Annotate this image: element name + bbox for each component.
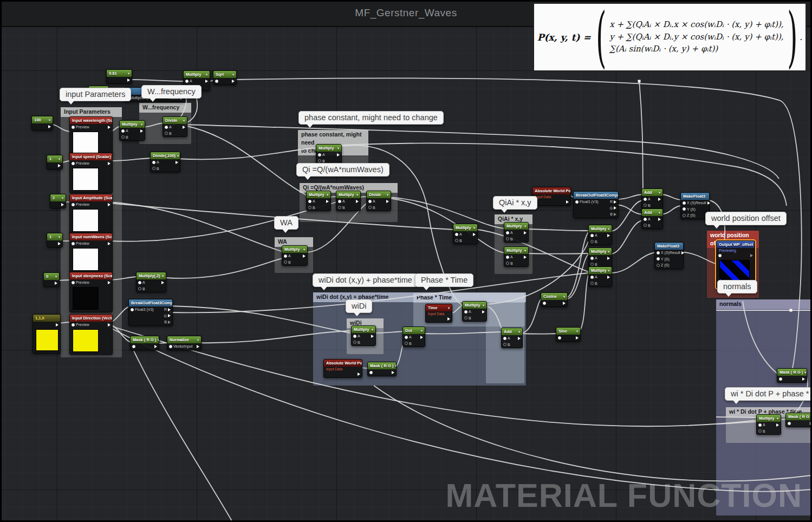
output-pin[interactable]: [56, 323, 59, 327]
node-multiply-r2[interactable]: Multiply▾AB: [588, 247, 612, 268]
input-pin[interactable]: [132, 345, 135, 348]
input-pin[interactable]: [138, 281, 141, 284]
output-pin[interactable]: [168, 314, 171, 317]
input-pin[interactable]: [683, 214, 686, 217]
input-pin[interactable]: [644, 198, 647, 201]
output-pin[interactable]: [303, 255, 306, 258]
output-pin[interactable]: [392, 371, 394, 374]
output-pin[interactable]: [750, 254, 753, 257]
node-multiply-qiai-x[interactable]: Multiply▾AB: [504, 222, 529, 243]
node-mask-rg-3[interactable]: Mask ( R G )▾: [777, 368, 807, 383]
input-pin[interactable]: [138, 287, 141, 290]
collapse-caret-icon[interactable]: ▾: [659, 191, 660, 194]
output-pin[interactable]: [337, 153, 340, 156]
input-pin[interactable]: [590, 282, 594, 285]
collapse-caret-icon[interactable]: ▾: [303, 247, 305, 251]
output-pin[interactable]: [386, 200, 389, 203]
collapse-caret-icon[interactable]: ▾: [563, 295, 565, 298]
collapse-caret-icon[interactable]: ▾: [177, 154, 179, 158]
input-pin[interactable]: [405, 342, 408, 345]
input-pin[interactable]: [308, 200, 311, 203]
input-pin[interactable]: [464, 316, 467, 319]
input-pin[interactable]: [338, 206, 341, 209]
output-pin[interactable]: [108, 162, 111, 165]
collapse-caret-icon[interactable]: ▾: [524, 249, 526, 252]
output-pin[interactable]: [205, 80, 208, 83]
node-time[interactable]: Time▾Input Data: [425, 304, 452, 323]
input-pin[interactable]: [503, 337, 506, 340]
node-divide-100[interactable]: Divide(,100)▾AB: [150, 152, 180, 172]
output-pin[interactable]: [707, 201, 710, 205]
node-input-wavelength[interactable]: Input wavelength (Scalar)▴Preview: [69, 116, 113, 157]
collapse-caret-icon[interactable]: ▾: [62, 196, 63, 200]
collapse-caret-icon[interactable]: ▾: [659, 211, 660, 214]
output-pin[interactable]: [127, 79, 130, 82]
output-pin[interactable]: [55, 282, 57, 285]
collapse-caret-icon[interactable]: ▾: [356, 193, 358, 197]
node-divide-frequency[interactable]: Divide▾AB: [163, 116, 187, 137]
output-pin[interactable]: [420, 336, 423, 339]
input-pin[interactable]: [590, 257, 594, 260]
collapse-caret-icon[interactable]: ▾: [49, 118, 50, 122]
output-pin[interactable]: [108, 323, 111, 327]
output-pin[interactable]: [48, 125, 51, 128]
node-input-direction[interactable]: Input Direction (Vector3)▴Preview: [69, 314, 113, 355]
collapse-caret-icon[interactable]: ▾: [162, 274, 164, 278]
output-pin[interactable]: [566, 200, 569, 204]
input-pin[interactable]: [72, 242, 75, 245]
node-awp-2[interactable]: Absolute World Position▾Input Data: [532, 187, 571, 206]
input-pin[interactable]: [121, 135, 125, 139]
collapse-caret-icon[interactable]: ▾: [141, 122, 142, 126]
node-breakout-2[interactable]: BreakOutFloat3ComponentsFloat3 (V3)RGB: [573, 191, 619, 218]
collapse-caret-icon[interactable]: ▾: [576, 329, 578, 333]
node-awp-1[interactable]: Absolute World Position▾Input Data: [323, 359, 362, 378]
input-pin[interactable]: [338, 200, 341, 203]
output-pin[interactable]: [108, 281, 111, 284]
collapse-caret-icon[interactable]: ▾: [483, 303, 484, 307]
output-pin[interactable]: [447, 317, 450, 321]
output-pin[interactable]: [58, 164, 61, 167]
collapse-caret-icon[interactable]: ▾: [608, 269, 609, 272]
node-input-numwaves[interactable]: Input numWaves (Scalar)▴Preview: [69, 233, 113, 273]
output-pin[interactable]: [176, 161, 178, 164]
output-pin[interactable]: [524, 231, 527, 234]
output-pin[interactable]: [140, 129, 143, 133]
output-pin[interactable]: [358, 373, 360, 376]
input-pin[interactable]: [284, 255, 287, 258]
output-pin[interactable]: [607, 234, 610, 237]
collapse-caret-icon[interactable]: ▾: [128, 71, 129, 75]
material-graph-canvas[interactable]: Input ParametersW...frequencyphase const…: [0, 0, 812, 522]
output-pin[interactable]: [614, 200, 616, 204]
output-pin[interactable]: [482, 310, 485, 314]
output-pin[interactable]: [356, 200, 359, 203]
input-pin[interactable]: [165, 126, 168, 129]
input-pin[interactable]: [455, 233, 458, 236]
input-pin[interactable]: [121, 129, 125, 133]
input-pin[interactable]: [169, 345, 172, 348]
collapse-caret-icon[interactable]: ▾: [337, 146, 339, 150]
node-mask-rg-4[interactable]: Mask ( R G )▾: [785, 413, 812, 427]
input-pin[interactable]: [575, 200, 579, 204]
node-makefloat3-2[interactable]: MakeFloat3X (S)ResultY (S)Z (S): [654, 242, 684, 269]
collapse-caret-icon[interactable]: ▾: [197, 338, 199, 342]
input-pin[interactable]: [543, 302, 546, 305]
input-pin[interactable]: [644, 218, 647, 221]
collapse-caret-icon[interactable]: ▾: [59, 235, 60, 239]
input-pin[interactable]: [353, 335, 356, 338]
output-pin[interactable]: [61, 203, 64, 206]
output-pin[interactable]: [154, 345, 157, 348]
input-pin[interactable]: [284, 260, 287, 264]
node-add-2[interactable]: Add▾AB: [641, 208, 663, 229]
input-pin[interactable]: [503, 343, 506, 346]
input-pin[interactable]: [185, 80, 189, 83]
input-pin[interactable]: [165, 132, 168, 135]
output-pin[interactable]: [607, 257, 610, 260]
collapse-caret-icon[interactable]: ▾: [518, 330, 520, 334]
node-multiply-wavelength[interactable]: Multiply▾AB: [119, 120, 145, 141]
node-add-3[interactable]: Add▾AB: [501, 328, 523, 348]
output-pin[interactable]: [161, 281, 164, 284]
input-pin[interactable]: [758, 423, 762, 427]
input-pin[interactable]: [455, 239, 458, 242]
input-pin[interactable]: [558, 336, 561, 340]
output-pin[interactable]: [658, 198, 661, 201]
